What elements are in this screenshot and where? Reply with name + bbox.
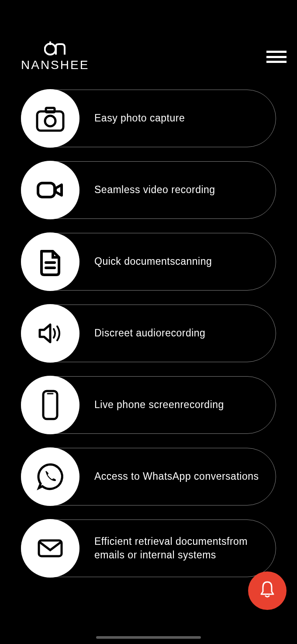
feature-video-recording[interactable]: Seamless video recording: [21, 161, 276, 219]
feature-screen-recording[interactable]: Live phone screenrecording: [21, 376, 276, 434]
brand-logo: NANSHEE: [21, 42, 89, 72]
feature-document-retrieval[interactable]: Efficient retrieval documentsfrom emails…: [21, 519, 276, 577]
logo-icon: [44, 42, 66, 57]
phone-icon: [21, 376, 79, 434]
notification-button[interactable]: [248, 571, 287, 610]
brand-name: NANSHEE: [21, 58, 89, 72]
feature-label: Seamless video recording: [94, 183, 215, 197]
feature-label: Access to WhatsApp conversations: [94, 470, 259, 483]
whatsapp-icon: [21, 447, 79, 506]
menu-button[interactable]: [266, 51, 287, 63]
speaker-icon: [21, 304, 79, 363]
feature-document-scanning[interactable]: Quick documentscanning: [21, 233, 276, 291]
feature-whatsapp-access[interactable]: Access to WhatsApp conversations: [21, 448, 276, 506]
header: NANSHEE: [0, 0, 297, 90]
feature-audio-recording[interactable]: Discreet audiorecording: [21, 305, 276, 362]
feature-label: Quick documentscanning: [94, 255, 212, 268]
video-icon: [21, 161, 79, 219]
svg-rect-7: [43, 391, 57, 419]
svg-rect-4: [38, 183, 55, 197]
feature-label: Easy photo capture: [94, 111, 185, 125]
svg-rect-2: [46, 108, 55, 112]
mail-icon: [21, 519, 79, 578]
document-icon: [21, 232, 79, 291]
svg-point-3: [45, 116, 55, 126]
svg-rect-1: [37, 111, 63, 131]
home-indicator[interactable]: [96, 636, 201, 639]
feature-label: Live phone screenrecording: [94, 398, 224, 412]
feature-label: Discreet audiorecording: [94, 326, 205, 340]
feature-photo-capture[interactable]: Easy photo capture: [21, 90, 276, 147]
feature-list: Easy photo capture Seamless video record…: [0, 90, 297, 577]
feature-label: Efficient retrieval documentsfrom emails…: [94, 535, 260, 562]
bell-icon: [259, 580, 276, 601]
camera-icon: [21, 89, 79, 148]
